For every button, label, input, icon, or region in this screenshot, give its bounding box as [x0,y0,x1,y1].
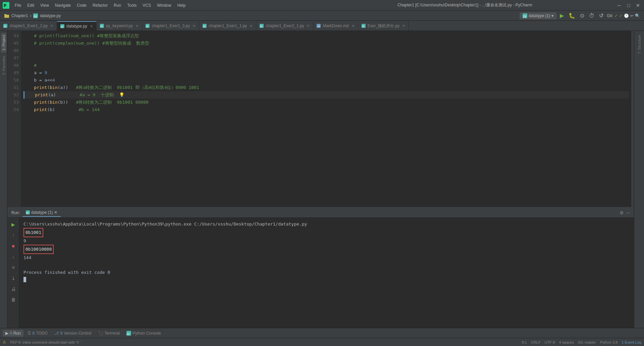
coverage-button[interactable]: ⊙ [579,12,586,19]
event-log[interactable]: 1 Event Log [622,340,641,344]
tab-datatype[interactable]: py datatype.py ✕ [57,21,97,31]
tab-label: chapter1_Exer1_2.py [9,23,48,28]
py-file-icon5: py [203,24,207,28]
run-tab-close-icon[interactable]: ✕ [54,210,57,215]
python-console-icon: py [126,331,131,336]
code-line-49: a = 9 [23,69,629,77]
menu-edit[interactable]: Edit [24,2,37,9]
left-panel-tabs: 1: Project 2: Favorites [0,31,7,328]
run-panel-body: ▶ ↑ ■ ↓ ≡ ⤓ 🖨 🗑 C:\Users\xsshu\AppData\L… [7,218,634,328]
md-file-icon: md [317,24,321,28]
clear-button[interactable]: 🗑 [9,295,18,304]
menu-tools[interactable]: Tools [124,2,139,9]
tab-chapter1-exer1-1[interactable]: py chapter1_Exer1_1.py ✕ [199,21,256,31]
panel-settings-icon[interactable]: ⚙ [620,210,624,215]
tab-close-icon7[interactable]: ✕ [402,24,405,28]
menu-help[interactable]: Help [175,2,189,9]
tab-label-random: Exer_随机评分.py [368,23,399,29]
tab-exer-random[interactable]: py Exer_随机评分.py ✕ [358,21,409,31]
python-version[interactable]: Python 3.8 [600,340,618,344]
git-branch[interactable]: Git: master [578,340,596,344]
run-label: Run [13,331,21,336]
run-toolbar: py datatype (1) ▾ ▶ 🐛 ⊙ ⏱ ↺ Git: ✓ ✓ 🕐 ↩… [520,12,640,19]
breadcrumb-file[interactable]: datatype.py [40,13,61,18]
menu-vcs[interactable]: VCS [140,2,154,9]
run-button[interactable]: ▶ [558,12,565,19]
tab-close-icon3[interactable]: ✕ [136,24,139,28]
code-line-50: b = a<<4 [23,77,629,84]
tab-close-icon5[interactable]: ✕ [250,24,253,28]
menu-run[interactable]: Run [111,2,124,9]
output-line-9: 9 [23,237,630,245]
project-name[interactable]: Chapter1 [11,13,28,18]
minimize-button[interactable]: ─ [616,2,623,9]
menu-window[interactable]: Window [154,2,174,9]
debug-button[interactable]: 🐛 [567,12,577,19]
output-line-144: 144 [23,254,630,261]
rerun-tool-button[interactable]: ▶ [9,220,18,229]
close-button[interactable]: ✕ [635,2,641,9]
terminal-tool-tab[interactable]: ⬛ Terminal [96,330,122,337]
menu-file[interactable]: File [12,2,24,9]
cursor-position[interactable]: 8:1 [522,340,527,344]
project-tab[interactable]: 1: Project [1,33,6,52]
structure-tab[interactable]: 7: Structure [636,34,643,55]
maximize-button[interactable]: □ [625,2,632,9]
code-line-47 [23,54,629,62]
tab-close-icon4[interactable]: ✕ [193,24,196,28]
vcs-tool-tab[interactable]: ⎇ 9 Version Control [52,330,94,337]
run-config-dropdown[interactable]: py datatype (1) ▾ [520,12,556,19]
code-editor[interactable]: 44 45 46 47 48 49 50 51 52 53 54 # print… [7,31,634,207]
run-panel-label: Run: [11,210,20,215]
editor-scrollbar[interactable] [631,31,634,207]
file-py-icon: py [33,13,38,18]
tab-markdown[interactable]: md MarkDown.md ✕ [313,21,358,31]
terminal-label: Terminal [105,331,120,336]
terminal-icon: ⬛ [98,331,103,336]
tab-chapter1-exer1-2[interactable]: py chapter1_Exer1_2.py ✕ [0,21,57,31]
run-tool-tab[interactable]: ▶ 4 Run [3,330,23,337]
favorites-tab[interactable]: 2: Favorites [1,54,6,77]
search-button[interactable]: 🔍 [635,13,640,18]
profile-button[interactable]: ⏱ [588,12,596,19]
line-ending[interactable]: CRLF [531,340,541,344]
run-output: C:\Users\xsshu\AppData\Local\Programs\Py… [19,218,634,328]
git-section: Git: ✓ ✓ 🕐 ↩ 🔍 [607,13,640,18]
scroll-up-button[interactable]: ↑ [9,231,18,240]
statusbar-right: 8:1 CRLF UTF-8 4 spaces Git: master Pyth… [522,340,641,344]
menu-code[interactable]: Code [74,2,89,9]
git-checkmark-icon: ✓ [614,13,618,18]
tab-py-keyword[interactable]: py py_keyword.py ✕ [97,21,142,31]
tab-chapter1-exer1-3[interactable]: py chapter1_Exer1_3.py ✕ [142,21,199,31]
tab-close-icon-md[interactable]: ✕ [352,24,355,28]
wrap-button[interactable]: ≡ [9,263,18,272]
menu-view[interactable]: View [38,2,52,9]
code-line-53: print(bin(b)) #将b转换为二进制 0b1001 00000 [23,99,629,106]
scroll-end-button[interactable]: ⤓ [9,274,18,283]
vcs-num: 9 [60,331,63,336]
code-line-54: print(b) #b = 144 [23,106,629,113]
warning-icon: ⚠ [3,340,6,344]
scroll-down-button[interactable]: ↓ [9,252,18,261]
pep8-warning[interactable]: PEP 8: inline comment should start with … [10,340,80,344]
run-tab-datatype[interactable]: py datatype (1) ✕ [22,209,61,217]
undo-button[interactable]: ↩ [630,13,634,18]
todo-tool-tab[interactable]: ☰ 6 TODO [25,330,50,337]
print-button[interactable]: 🖨 [9,284,18,294]
code-content[interactable]: # print(float(num_one)) #将整型装换成浮点型 # pri… [21,31,631,207]
file-encoding[interactable]: UTF-8 [545,340,555,344]
breadcrumb-separator: › [30,13,31,18]
folder-icon [4,13,9,18]
menu-refactor[interactable]: Refactor [90,2,110,9]
rerun-button[interactable]: ↺ [598,12,605,19]
stop-button[interactable]: ■ [9,241,18,251]
tab-close-icon[interactable]: ✕ [50,24,53,28]
tab-close-icon6[interactable]: ✕ [307,24,310,28]
tab-close-active-icon[interactable]: ✕ [90,24,93,29]
python-console-tab[interactable]: py Python Console [124,330,164,337]
menu-navigate[interactable]: Navigate [52,2,73,9]
tab-chapter1-exer2-1[interactable]: py chapter1_Exer2_1.py ✕ [256,21,313,31]
panel-minimize-icon[interactable]: ─ [627,210,630,215]
indent-size[interactable]: 4 spaces [559,340,574,344]
tab-label-3: chapter1_Exer1_3.py [152,23,190,28]
